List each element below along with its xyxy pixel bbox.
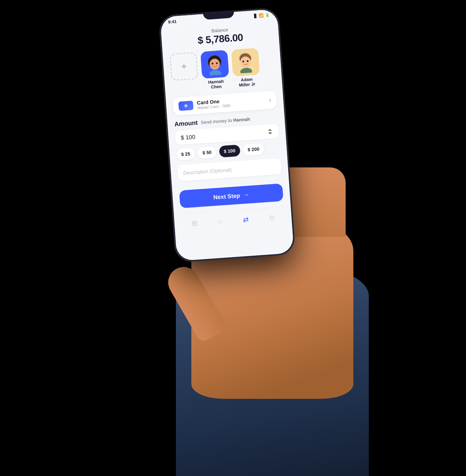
app-content: Balance $ 5,786.00 +	[161, 20, 294, 261]
quick-25-button[interactable]: $ 25	[176, 148, 195, 160]
amount-spinners[interactable]	[267, 128, 274, 135]
home-icon: ⊞	[191, 219, 198, 228]
wifi-icon: 📶	[259, 13, 264, 18]
next-step-arrow-icon: →	[243, 191, 249, 199]
status-icons: ▊ 📶 🔋	[254, 13, 270, 18]
card-info: Card One Master Card - 7890	[197, 95, 266, 110]
scene: 9:41 ▊ 📶 🔋 Balance $ 5,786.00	[0, 0, 466, 476]
quick-amounts: $ 25 $ 50 $ 100 $ 200	[176, 142, 280, 161]
description-input[interactable]: Description (Optional)	[177, 158, 282, 182]
amount-title: Amount	[174, 120, 198, 128]
signal-icon: ▊	[254, 14, 258, 18]
contact-hannah[interactable]: Hannah Chen	[200, 50, 230, 90]
card-icon	[178, 101, 194, 111]
svg-point-6	[209, 69, 221, 76]
adam-avatar	[231, 48, 260, 77]
battery-icon: 🔋	[265, 13, 270, 17]
send-to-text: Send money to Hannah	[201, 116, 250, 125]
nav-transfer[interactable]: ⇄	[238, 212, 253, 227]
nav-profile[interactable]: ○	[213, 214, 227, 229]
settings-icon: ⊙	[268, 213, 275, 222]
down-arrow-icon	[268, 132, 272, 135]
nav-home[interactable]: ⊞	[187, 216, 202, 231]
next-step-button[interactable]: Next Step →	[179, 184, 284, 209]
adam-name: Adam Miller Jr	[238, 77, 255, 88]
add-contact-button[interactable]: +	[169, 52, 198, 81]
add-icon: +	[181, 62, 187, 71]
phone-screen: 9:41 ▊ 📶 🔋 Balance $ 5,786.00	[160, 9, 294, 261]
hannah-name: Hannah Chen	[208, 79, 224, 90]
phone-body: 9:41 ▊ 📶 🔋 Balance $ 5,786.00	[159, 8, 295, 262]
amount-input-value: $ 100	[181, 133, 196, 141]
card-chevron-icon: ›	[269, 97, 271, 103]
card-selector[interactable]: Card One Master Card - 7890 ›	[172, 91, 277, 116]
phone-device: 9:41 ▊ 📶 🔋 Balance $ 5,786.00	[159, 8, 295, 262]
hannah-face-svg	[204, 53, 225, 76]
next-step-label: Next Step	[213, 192, 240, 201]
transfer-icon: ⇄	[243, 215, 249, 224]
quick-200-button[interactable]: $ 200	[243, 143, 264, 156]
svg-point-11	[240, 67, 252, 73]
status-time: 9:41	[168, 19, 177, 24]
send-to-name: Hannah	[233, 116, 250, 123]
profile-icon: ○	[218, 217, 222, 226]
adam-face-svg	[235, 51, 256, 73]
contact-adam[interactable]: Adam Miller Jr	[231, 48, 261, 88]
spinner-up-button[interactable]	[267, 128, 274, 132]
contacts-row: +	[169, 47, 275, 93]
hannah-avatar	[200, 50, 229, 79]
quick-50-button[interactable]: $ 50	[198, 146, 216, 159]
nav-settings[interactable]: ⊙	[264, 211, 279, 225]
card-dot	[184, 104, 188, 108]
amount-section: Amount Send money to Hannah $ 100	[174, 114, 282, 187]
description-placeholder: Description (Optional)	[183, 167, 232, 176]
bottom-nav: ⊞ ○ ⇄ ⊙	[181, 207, 285, 236]
balance-section: Balance $ 5,786.00	[168, 24, 272, 49]
spinner-down-button[interactable]	[267, 132, 274, 135]
amount-input-row: $ 100	[175, 124, 279, 145]
quick-100-button[interactable]: $ 100	[219, 145, 240, 158]
up-arrow-icon	[268, 129, 272, 131]
